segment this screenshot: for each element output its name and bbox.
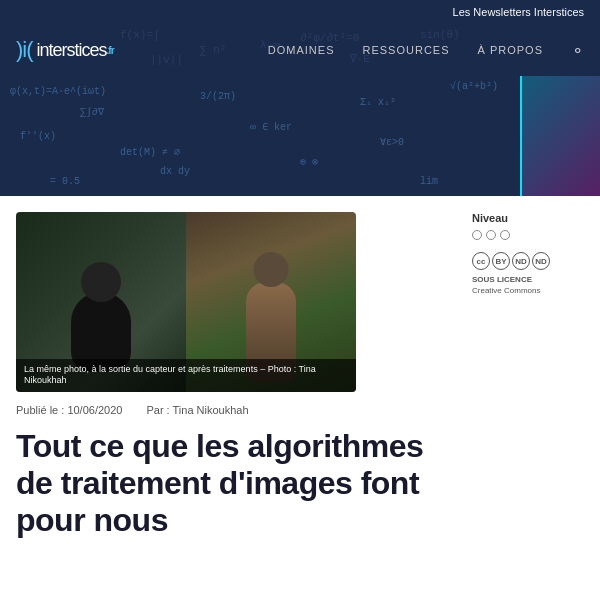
- hero-section: φ(x,t)=A·e^(iωt) ∑∫∂∇ f''(x) det(M) ≠ ∅ …: [0, 76, 600, 196]
- cc-text: SOUS LICENCE Creative Commons: [472, 274, 552, 296]
- niveau-dots: [472, 230, 588, 240]
- author-name: Par : Tina Nikoukhah: [146, 404, 248, 416]
- article-meta: Publié le : 10/06/2020 Par : Tina Nikouk…: [0, 392, 460, 424]
- nav-ressources[interactable]: RESSOURCES: [363, 44, 450, 56]
- nav-domaines[interactable]: DOMAINES: [268, 44, 335, 56]
- hero-math-bg: φ(x,t)=A·e^(iωt) ∑∫∂∇ f''(x) det(M) ≠ ∅ …: [0, 76, 600, 196]
- main-content: La même photo, à la sortie du capteur et…: [0, 196, 600, 538]
- hero-accent: [520, 76, 600, 196]
- niveau-dot-1: [472, 230, 482, 240]
- header: f(x)=∫ ∑ n² ∂²φ/∂t²=0 ∇·E sin(θ) ||v|| λ…: [0, 24, 600, 76]
- cc-sa-icon: ND: [532, 252, 550, 270]
- cc-nd-icon: ND: [512, 252, 530, 270]
- search-icon[interactable]: ⚬: [571, 41, 584, 60]
- niveau-label: Niveau: [472, 212, 588, 224]
- main-nav: DOMAINES RESSOURCES À PROPOS ⚬: [268, 41, 584, 60]
- niveau-dot-2: [486, 230, 496, 240]
- nav-apropos[interactable]: À PROPOS: [478, 44, 543, 56]
- cc-license-badge[interactable]: cc BY ND ND SOUS LICENCE Creative Common…: [472, 252, 552, 296]
- newsletter-link[interactable]: Les Newsletters Interstices: [453, 6, 584, 18]
- published-date: Publié le : 10/06/2020: [16, 404, 122, 416]
- cc-by-icon: cc: [472, 252, 490, 270]
- article-content: La même photo, à la sortie du capteur et…: [0, 196, 460, 538]
- niveau-dot-3: [500, 230, 510, 240]
- sidebar: Niveau cc BY ND ND SOUS LICENCE Creative…: [460, 196, 600, 538]
- site-logo[interactable]: )i( interstices .fr: [16, 37, 114, 63]
- article-image: La même photo, à la sortie du capteur et…: [16, 212, 356, 392]
- top-banner[interactable]: Les Newsletters Interstices: [0, 0, 600, 24]
- cc-icons: cc BY ND ND: [472, 252, 552, 270]
- cc-nc-icon: BY: [492, 252, 510, 270]
- article-title: Tout ce que les algorithmes de traitemen…: [0, 424, 460, 538]
- image-caption: La même photo, à la sortie du capteur et…: [16, 359, 356, 392]
